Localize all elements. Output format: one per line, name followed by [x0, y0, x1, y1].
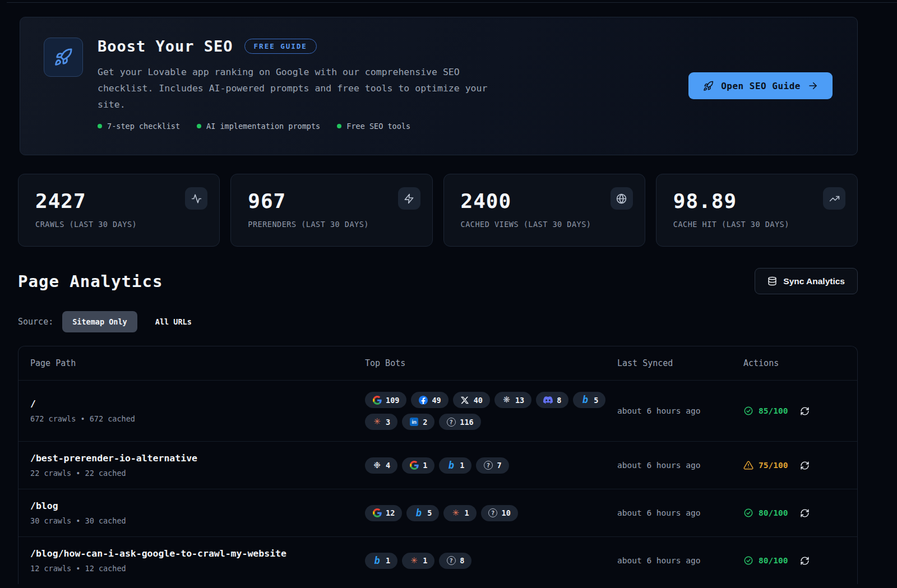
bot-count: 8 — [460, 556, 464, 565]
check-circle-icon — [743, 508, 753, 518]
bot-count: 1 — [423, 556, 427, 565]
bot-badge-spider: ❉4 — [365, 457, 397, 474]
bot-badge-x: 40 — [453, 392, 490, 408]
bot-badge-discord: 8 — [536, 392, 568, 408]
bot-badge-claude: ✳1 — [402, 553, 434, 569]
table-row: /best-prerender-io-alternative22 crawls … — [19, 441, 857, 489]
rocket-icon — [44, 38, 83, 77]
table-row: /blog/how-can-i-ask-google-to-crawl-my-w… — [19, 536, 857, 584]
openai-icon: ❋ — [502, 395, 511, 405]
score-value: 80/100 — [759, 556, 788, 565]
seo-score: 80/100 — [743, 508, 788, 518]
score-value: 80/100 — [759, 508, 788, 517]
source-option-all-urls[interactable]: All URLs — [145, 311, 202, 332]
unknown-bot-icon: ? — [446, 556, 456, 566]
stat-card: 2427CRAWLS (LAST 30 DAYS) — [18, 174, 220, 247]
top-divider — [7, 2, 897, 3]
stat-cards: 2427CRAWLS (LAST 30 DAYS)967PRERENDERS (… — [18, 174, 858, 247]
bot-badge-list: b1✳1?8 — [365, 553, 615, 569]
claude-icon: ✳ — [409, 556, 419, 566]
arrow-right-icon — [808, 81, 818, 91]
table-row: /672 crawls • 672 cached1094940❋138b5✳3i… — [19, 380, 857, 441]
bot-count: 109 — [386, 396, 399, 405]
cta-label: Open SEO Guide — [721, 81, 801, 91]
bot-count: 4 — [386, 461, 390, 470]
bot-badge-openai: ❋13 — [494, 392, 531, 408]
banner-feature-list: 7-step checklistAI implementation prompt… — [98, 122, 688, 131]
bot-badge-google: 12 — [365, 505, 402, 521]
bot-count: 1 — [423, 461, 427, 470]
bot-badge-list: ❉41b1?7 — [365, 457, 615, 474]
refresh-button[interactable] — [800, 556, 810, 566]
seo-score: 85/100 — [743, 406, 788, 416]
google-icon — [409, 461, 419, 470]
bot-count: 5 — [594, 396, 598, 405]
bot-count: 12 — [386, 508, 395, 517]
google-icon — [372, 508, 382, 518]
bot-badge-facebook: 49 — [411, 392, 448, 408]
bot-count: 8 — [557, 396, 561, 405]
page-title: Page Analytics — [18, 272, 163, 291]
feature-item: 7-step checklist — [98, 122, 180, 131]
crawl-meta: 672 crawls • 672 cached — [30, 414, 365, 423]
unknown-bot-icon: ? — [488, 508, 498, 518]
crawl-meta: 12 crawls • 12 cached — [30, 564, 365, 573]
bot-badge-unknown: ?10 — [481, 505, 518, 521]
bot-count: 3 — [386, 418, 390, 427]
refresh-button[interactable] — [800, 406, 810, 416]
bing-icon: b — [414, 508, 423, 518]
x-twitter-icon — [460, 395, 470, 405]
source-option-sitemap-only[interactable]: Sitemap Only — [62, 311, 137, 332]
page-analytics-table: Page Path Top Bots Last Synced Actions /… — [18, 346, 858, 584]
bot-badge-claude: ✳3 — [365, 414, 397, 430]
refresh-button[interactable] — [800, 508, 810, 518]
open-seo-guide-button[interactable]: Open SEO Guide — [688, 72, 833, 99]
sync-analytics-label: Sync Analytics — [783, 276, 845, 286]
last-synced: about 6 hours ago — [617, 556, 743, 565]
bot-badge-claude: ✳1 — [443, 505, 476, 521]
zap-icon — [398, 187, 420, 210]
stat-value: 2427 — [35, 189, 206, 212]
table-header-row: Page Path Top Bots Last Synced Actions — [19, 346, 857, 380]
banner-description: Get your Lovable app ranking on Google w… — [98, 64, 490, 113]
bot-count: 5 — [427, 508, 432, 517]
unknown-bot-icon: ? — [483, 461, 493, 470]
check-circle-icon — [743, 406, 753, 416]
rocket-icon — [703, 81, 714, 91]
stat-card: 967PRERENDERS (LAST 30 DAYS) — [230, 174, 432, 247]
seo-score: 80/100 — [743, 555, 788, 566]
warning-triangle-icon — [743, 460, 753, 470]
col-header-last-synced: Last Synced — [617, 358, 743, 368]
database-icon — [767, 276, 777, 286]
trending-up-icon — [823, 187, 845, 210]
bot-badge-unknown: ?7 — [476, 457, 508, 474]
crawl-meta: 22 crawls • 22 cached — [30, 469, 365, 478]
bot-badge-linkedin: in2 — [402, 414, 434, 430]
last-synced: about 6 hours ago — [617, 406, 743, 415]
bot-badge-unknown: ?116 — [439, 414, 480, 430]
page-path: /blog/how-can-i-ask-google-to-crawl-my-w… — [30, 548, 365, 559]
bot-badge-bing: b5 — [573, 392, 605, 408]
page-path: / — [30, 399, 365, 409]
crawl-meta: 30 crawls • 30 cached — [30, 516, 365, 525]
col-header-page-path: Page Path — [30, 358, 365, 368]
source-toggle: Sitemap OnlyAll URLs — [62, 311, 202, 332]
bot-count: 1 — [460, 461, 464, 470]
bot-count: 13 — [515, 396, 524, 405]
sync-analytics-button[interactable]: Sync Analytics — [755, 268, 858, 294]
check-circle-icon — [743, 555, 753, 566]
bot-badge-bing: b1 — [439, 457, 471, 474]
bot-count: 2 — [423, 418, 427, 427]
stat-value: 2400 — [461, 189, 631, 212]
bot-count: 10 — [502, 508, 511, 517]
page-path: /best-prerender-io-alternative — [30, 453, 365, 464]
bing-icon: b — [372, 556, 382, 566]
col-header-top-bots: Top Bots — [365, 358, 617, 368]
refresh-button[interactable] — [800, 461, 810, 470]
stat-card: 2400CACHED VIEWS (LAST 30 DAYS) — [443, 174, 645, 247]
activity-icon — [185, 187, 207, 210]
unknown-bot-icon: ? — [446, 417, 456, 427]
table-row: /blog30 crawls • 30 cached12b5✳1?10about… — [19, 489, 857, 536]
green-dot-icon — [197, 124, 201, 128]
claude-icon: ✳ — [372, 417, 382, 427]
